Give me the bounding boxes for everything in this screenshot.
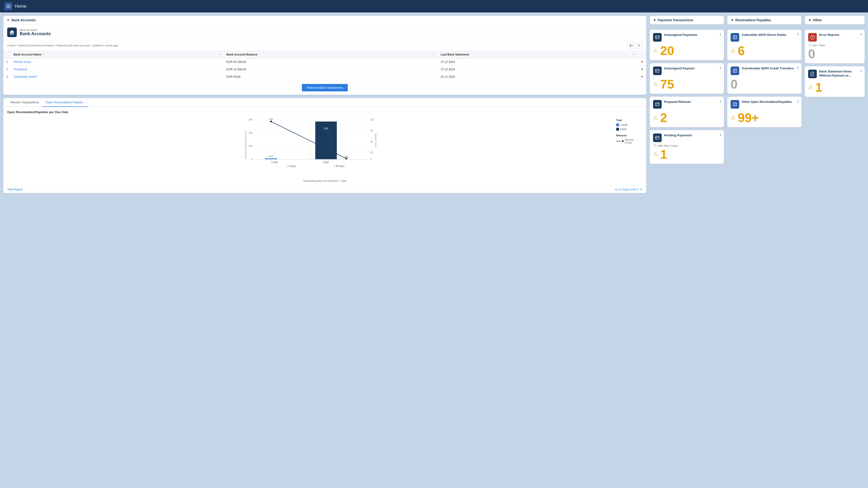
row-balance: EUR 55.209,00 bbox=[224, 58, 438, 66]
collectible-sepa-count: 6 bbox=[738, 44, 745, 57]
error-reports-info-icon[interactable]: ℹ bbox=[861, 33, 862, 36]
other-column: ▼ Other ! Error Reports ℹ 🕐 last 7 days bbox=[805, 16, 865, 97]
table-meta-text: 3 items • Sorted by Bank Account Name • … bbox=[7, 44, 118, 47]
legend-line-label: Record Count bbox=[625, 138, 640, 144]
collectible-sepa-title: Collectible SEPA Direct Debits bbox=[742, 33, 786, 37]
row-expand-button[interactable]: ▼ bbox=[641, 75, 644, 78]
x-axis-label: Remaining Days for Payment > Type bbox=[7, 180, 643, 182]
error-reports-title: Error Reports bbox=[819, 33, 839, 37]
payment-transactions-label: Payment Transactions bbox=[658, 18, 693, 22]
refresh-button[interactable]: ↻ bbox=[636, 42, 643, 49]
row-bank-name[interactable]: Herriko Kutxa bbox=[11, 58, 224, 66]
svg-rect-3 bbox=[10, 33, 10, 34]
table-row: 3 Subsembly GmbH EUR 59,00 01.12.2023 ▼ bbox=[3, 73, 646, 80]
table-meta: 3 items • Sorted by Bank Account Name • … bbox=[3, 40, 646, 51]
row-bank-name[interactable]: Privatbank bbox=[11, 66, 224, 73]
other-header: ▼ Other bbox=[805, 16, 865, 24]
prepared-refunds-icon bbox=[653, 100, 662, 108]
chart-area: Open Receivables/Payables per Due Date 6… bbox=[3, 107, 646, 186]
widget-header-bsi: Bank Statement Items Without Payment or.… bbox=[808, 70, 861, 78]
filter-icon[interactable]: ▼ bbox=[218, 53, 221, 56]
view-report-link[interactable]: View Report bbox=[7, 188, 23, 191]
transferable-sepa-value: 0 bbox=[731, 77, 798, 90]
widget-header-er: ! Error Reports ℹ bbox=[808, 33, 861, 42]
row-balance: EUR 12.306,00 bbox=[224, 66, 438, 73]
widget-header-pp: Pending Payments ℹ bbox=[653, 133, 720, 142]
row-bank-name[interactable]: Subsembly GmbH bbox=[11, 73, 224, 80]
unassigned-payouts-info-icon[interactable]: ℹ bbox=[720, 66, 721, 70]
chart-footer: View Report As of Today at 08:27 ↻ bbox=[3, 186, 646, 193]
left-column: ▼ Bank Accounts Bank Account bbox=[3, 16, 646, 193]
col-balance[interactable]: Bank Account Balance ▼ bbox=[224, 51, 438, 58]
other-open-widget: Other Open Receivables/Payables ℹ ⚠ 99+ bbox=[727, 97, 802, 127]
row-action-cell: ▼ bbox=[638, 73, 646, 80]
settings-button[interactable]: ⚙ ▾ bbox=[628, 42, 634, 49]
chevron-down-icon: ▼ bbox=[7, 19, 9, 22]
error-reports-sub: 🕐 last 7 days bbox=[808, 43, 861, 47]
svg-text:!: ! bbox=[812, 36, 813, 39]
svg-marker-8 bbox=[10, 30, 14, 32]
transferable-sepa-widget: Transferable SEPA Credit Transfers ℹ 0 bbox=[727, 63, 802, 94]
main-container: ▼ Bank Accounts Bank Account bbox=[0, 12, 868, 196]
collectible-sepa-icon bbox=[731, 33, 739, 42]
warning-icon-oo: ⚠ bbox=[731, 115, 735, 121]
tab-open-receivables[interactable]: Open Receivables/ Payabl... bbox=[42, 98, 88, 107]
credit-color-dot bbox=[616, 124, 619, 126]
clock-icon-er: 🕐 bbox=[808, 43, 811, 47]
timestamp-text: As of Today at 08:27 bbox=[615, 188, 639, 191]
warning-icon-up: ⚠ bbox=[653, 47, 658, 54]
row-statement: 27.12.2024 bbox=[438, 58, 638, 66]
bank-statement-items-info-icon[interactable]: ℹ bbox=[861, 69, 862, 73]
prepared-refunds-count: 2 bbox=[660, 111, 667, 124]
filter-icon-balance[interactable]: ▼ bbox=[433, 53, 435, 56]
prepared-refunds-info-icon[interactable]: ℹ bbox=[720, 99, 721, 103]
retrieve-statements-button[interactable]: Retrieve Bank Statements bbox=[302, 84, 348, 91]
legend-record-count: Record Count bbox=[616, 138, 640, 144]
row-action-cell: ▼ bbox=[638, 66, 646, 73]
warning-icon-pr: ⚠ bbox=[653, 115, 658, 121]
chart-refresh-icon[interactable]: ↻ bbox=[640, 188, 643, 191]
table-row: 1 Herriko Kutxa EUR 55.209,00 27.12.2024… bbox=[3, 58, 646, 66]
unassigned-payments-info-icon[interactable]: ℹ bbox=[720, 33, 721, 36]
table-meta-actions: ⚙ ▾ ↻ bbox=[628, 42, 643, 49]
other-open-count: 99+ bbox=[738, 111, 759, 124]
transferable-sepa-info-icon[interactable]: ℹ bbox=[797, 66, 799, 70]
svg-rect-4 bbox=[11, 33, 11, 34]
unassigned-payouts-title: Unassigned Payouts bbox=[664, 66, 695, 71]
prepared-refunds-value: ⚠ 2 bbox=[653, 110, 720, 124]
col-statement[interactable]: Last Bank Statement ▼ bbox=[438, 51, 638, 58]
row-expand-button[interactable]: ▼ bbox=[641, 68, 644, 71]
pending-payments-count: 1 bbox=[660, 148, 667, 161]
svg-rect-42 bbox=[655, 69, 659, 72]
legend-type-label: Type bbox=[616, 119, 640, 122]
transferable-sepa-title: Transferable SEPA Credit Transfers bbox=[742, 66, 794, 71]
other-open-info-icon[interactable]: ℹ bbox=[797, 99, 799, 103]
svg-text:613: 613 bbox=[269, 155, 273, 157]
bank-accounts-section-label: Bank Accounts bbox=[11, 18, 36, 22]
svg-text:20k: 20k bbox=[249, 145, 253, 148]
svg-rect-2 bbox=[10, 32, 14, 33]
unassigned-payments-icon bbox=[653, 33, 662, 42]
widget-header-oo: Other Open Receivables/Payables ℹ bbox=[731, 100, 798, 108]
error-reports-icon: ! bbox=[808, 33, 817, 42]
svg-text:0: 0 bbox=[251, 158, 252, 161]
pending-payments-value: ⚠ 1 bbox=[653, 147, 720, 161]
tab-row: Recent Transactions Open Receivables/ Pa… bbox=[3, 98, 646, 107]
svg-rect-24 bbox=[265, 158, 277, 159]
chart-legend: Type Credit Debit Measure bbox=[614, 116, 643, 178]
warning-icon-bsi: ⚠ bbox=[808, 84, 813, 90]
widget-header-cs: Collectible SEPA Direct Debits ℹ bbox=[731, 33, 798, 42]
row-num: 2 bbox=[3, 66, 11, 73]
tab-recent-transactions[interactable]: Recent Transactions bbox=[7, 98, 42, 107]
legend-measure-section: Measure Record Count bbox=[616, 134, 640, 144]
row-action-cell: ▼ bbox=[638, 58, 646, 66]
unassigned-payments-count: 20 bbox=[660, 44, 674, 57]
row-expand-button[interactable]: ▼ bbox=[641, 60, 644, 64]
svg-text:60k: 60k bbox=[249, 119, 253, 121]
col-bank-account-name[interactable]: Bank Account Name ↑ ▼ bbox=[11, 51, 224, 58]
collectible-sepa-info-icon[interactable]: ℹ bbox=[797, 33, 799, 36]
pending-payments-info-icon[interactable]: ℹ bbox=[720, 133, 721, 137]
bank-header-inner: Bank Accounts Bank Accounts bbox=[3, 25, 646, 40]
filter-icon-statement[interactable]: ▼ bbox=[632, 53, 635, 56]
svg-text:60: 60 bbox=[370, 140, 373, 143]
